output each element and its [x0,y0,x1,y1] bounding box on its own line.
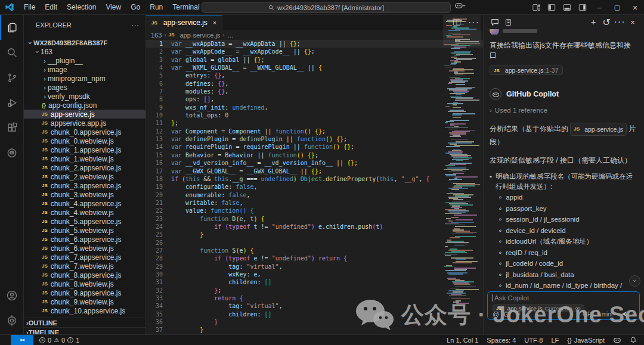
toggle-secondary-sidebar-icon[interactable] [575,0,590,15]
notifications-bell-icon[interactable] [630,336,637,344]
toggle-sidebar-icon[interactable] [544,0,559,15]
tree-item-miniprogram_npm[interactable]: ›miniprogram_npm [24,74,146,83]
menu-go[interactable]: Go [126,0,145,15]
tree-item-pages[interactable]: ›pages [24,83,146,92]
model-picker[interactable]: GPT-5 mini› [583,311,615,318]
tab-app-service-js[interactable]: JS app-service.js × [146,15,222,30]
line-number: 24 [146,223,171,231]
code-line-21: 21 writable: false, [146,199,483,207]
tree-item-chunk_4.appservice.js[interactable]: JSchunk_4.appservice.js [24,199,146,208]
tab-close-icon[interactable]: × [213,19,216,26]
eol-sequence[interactable]: LF [551,337,559,344]
customize-layout-icon[interactable] [528,0,544,15]
mention-icon[interactable]: @ [493,310,499,318]
menu-selection[interactable]: Selection [62,0,101,15]
breadcrumb-symbol[interactable]: … [227,32,234,39]
tree-item-chunk_0.webview.js[interactable]: JSchunk_0.webview.js [24,136,146,145]
chat-more-actions[interactable]: ··· [613,15,626,29]
tree-item-chunk_6.appservice.js[interactable]: JSchunk_6.appservice.js [24,235,146,244]
timeline-section[interactable]: › TIMELINE [24,327,146,334]
copilot-status-icon[interactable] [613,336,621,344]
chat-body[interactable]: 直接给我输出该js文件存在哪些敏感信息和接口 JS app-service.js… [484,29,644,290]
account-icon[interactable] [0,283,24,308]
tree-item-app-config.json[interactable]: {}app-config.json [24,101,146,110]
menu-run[interactable]: Run [145,0,168,15]
attachment-chip[interactable]: JS app-service.js:1-37 [490,66,563,75]
used-references[interactable]: › Used 1 reference [490,107,636,114]
attach-icon[interactable] [504,311,510,318]
tree-item-chunk_0.appservice.js[interactable]: JSchunk_0.appservice.js [24,128,146,136]
tree-item-chunk_6.webview.js[interactable]: JSchunk_6.webview.js [24,244,146,253]
tree-item-chunk_3.webview.js[interactable]: JSchunk_3.webview.js [24,190,146,199]
encoding[interactable]: UTF-8 [524,337,543,344]
tree-item-app-service.js[interactable]: JSapp-service.js [24,110,146,119]
source-control-icon[interactable] [0,65,24,90]
indentation[interactable]: Spaces: 4 [487,337,516,344]
outline-section[interactable]: › OUTLINE [24,318,146,327]
notebook-icon[interactable] [501,15,515,29]
tree-item-chunk_1.appservice.js[interactable]: JSchunk_1.appservice.js [24,145,146,154]
menu-edit[interactable]: Edit [40,0,62,15]
tree-item-chunk_5.appservice.js[interactable]: JSchunk_5.appservice.js [24,217,146,226]
tree-item-__plugin__[interactable]: ›__plugin__ [24,56,146,65]
tree-item-chunk_9.appservice.js[interactable]: JSchunk_9.appservice.js [24,288,146,297]
tree-item-chunk_1.webview.js[interactable]: JSchunk_1.webview.js [24,154,146,163]
file-label: app-service.js [51,110,95,119]
line-number: 21 [146,199,171,207]
run-debug-icon[interactable] [0,90,24,115]
problems-indicator[interactable]: × 0 ⚠ 0 i 1 [39,337,79,344]
tree-item-chunk_2.webview.js[interactable]: JSchunk_2.webview.js [24,172,146,181]
copilot-titlebar-button[interactable]: › [454,1,465,10]
tree-item-chunk_9.webview.js[interactable]: JSchunk_9.webview.js [24,297,146,306]
menu-terminal[interactable]: Terminal [168,0,204,15]
tree-item-chunk_4.webview.js[interactable]: JSchunk_4.webview.js [24,208,146,217]
command-center-search[interactable]: wx26d493b2f8ab387f [Administrator] [202,2,451,13]
explorer-icon[interactable] [0,15,24,40]
file-label: chunk_0.webview.js [51,137,114,145]
scroll-down-button[interactable]: › [629,275,640,287]
send-icon[interactable] [621,310,628,318]
inline-file-chip[interactable]: JSapp-service.js [570,123,627,136]
tree-item-163[interactable]: ›163 [24,47,146,56]
tree-item-chunk_8.appservice.js[interactable]: JSchunk_8.appservice.js [24,271,146,279]
tree-item-chunk_8.webview.js[interactable]: JSchunk_8.webview.js [24,279,146,288]
tree-item-chunk_2.appservice.js[interactable]: JSchunk_2.appservice.js [24,163,146,172]
chat-robot-icon[interactable] [0,140,24,165]
breadcrumb-file[interactable]: app-service.js [180,32,221,39]
tree-item-chunk_7.webview.js[interactable]: JSchunk_7.webview.js [24,262,146,271]
cursor-position[interactable]: Ln 1, Col 1 [447,337,478,344]
search-view-icon[interactable] [0,40,24,65]
copilot-chat-input[interactable]: Ask Copilot JS app-service.js Current fi… [487,291,640,320]
chat-bubble-icon[interactable] [488,15,501,29]
tree-item-chunk_5.webview.js[interactable]: JSchunk_5.webview.js [24,226,146,235]
json-file-icon: {} [42,102,46,108]
history-icon[interactable]: ↺ [600,15,613,29]
remote-indicator[interactable]: >< [11,335,33,345]
sub-bullet-text: jl_busidata / busi_data [506,270,574,280]
tree-item-image[interactable]: ›image [24,65,146,74]
settings-gear-icon[interactable] [0,308,24,333]
chat-close-icon[interactable]: × [626,15,639,29]
menu-file[interactable]: File [19,0,40,15]
explorer-more-actions[interactable]: ··· [131,21,140,29]
code-editor[interactable]: 1var __wxAppData = __wxAppData || {};2va… [146,40,483,334]
maximize-button[interactable]: ▢ [608,0,626,15]
close-window-button[interactable]: × [626,0,644,15]
tree-item-chunk_10.appservice.js[interactable]: JSchunk_10.appservice.js [24,306,146,315]
extensions-icon[interactable] [0,115,24,140]
new-chat-button[interactable]: + [587,15,600,29]
tree-root[interactable]: ›WX26D493B2F8AB387F [24,38,146,47]
language-mode[interactable]: {}JavaScript [567,337,605,344]
mic-icon[interactable] [515,310,521,318]
tree-item-verify_mpsdk[interactable]: ›verify_mpsdk [24,92,146,101]
minimap[interactable] [443,15,481,309]
tree-item-chunk_7.appservice.js[interactable]: JSchunk_7.appservice.js [24,253,146,262]
chevron-down-icon[interactable]: › [630,313,637,315]
tree-item-appservice.app.js[interactable]: JSappservice.app.js [24,119,146,128]
breadcrumb-folder[interactable]: 163 [151,32,162,39]
tree-item-chunk_3.appservice.js[interactable]: JSchunk_3.appservice.js [24,181,146,190]
minimize-button[interactable]: ─ [590,0,608,15]
toggle-panel-icon[interactable] [559,0,575,15]
breadcrumb[interactable]: 163 › JS app-service.js › … [146,30,483,40]
menu-view[interactable]: View [101,0,126,15]
